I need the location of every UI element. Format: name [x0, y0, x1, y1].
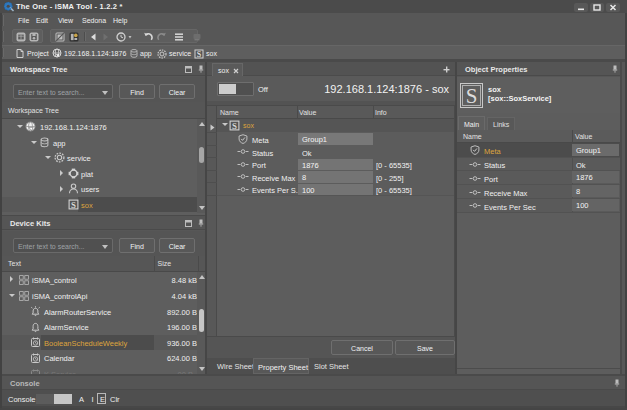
svg-text:S: S — [71, 200, 76, 210]
svg-text:S: S — [232, 121, 237, 131]
svg-text:S: S — [197, 50, 202, 59]
